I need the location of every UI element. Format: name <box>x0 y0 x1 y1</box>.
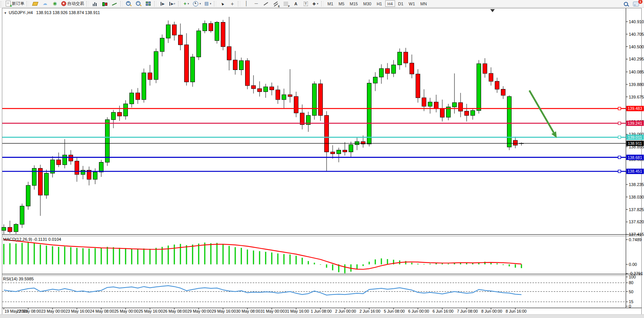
gold-symbol-button[interactable] <box>30 0 40 7</box>
timeframe-h1-button[interactable]: H1 <box>375 0 384 7</box>
zoom-in-button[interactable]: + <box>124 0 133 7</box>
horizontal-line-button[interactable]: ─ <box>252 0 261 7</box>
candles <box>2 17 524 234</box>
trendline-button[interactable] <box>261 0 271 7</box>
toolbar-separator <box>154 1 156 6</box>
vertical-line-button[interactable]: │ <box>242 0 251 7</box>
svg-text:137.415: 137.415 <box>629 232 644 237</box>
text-button[interactable]: A <box>291 0 300 7</box>
timeframe-h4-button[interactable]: H4 <box>385 0 395 7</box>
toolbar-separator <box>86 1 89 6</box>
chart-window: 140.910140.705140.500140.295140.085139.8… <box>0 8 644 318</box>
gold-bar-icon <box>32 2 38 6</box>
publisher-button[interactable]: ☁ <box>40 0 49 7</box>
svg-text:140.085: 140.085 <box>629 70 644 74</box>
timeframe-m5-button[interactable]: M5 <box>336 0 347 7</box>
svg-text:139.011: 139.011 <box>628 135 642 140</box>
tile-windows-button[interactable] <box>144 0 153 7</box>
indicators-button[interactable]: +▼ <box>182 0 191 7</box>
search-button[interactable] <box>622 0 631 8</box>
fibonacci-button[interactable]: F <box>281 0 290 7</box>
svg-text:138.451: 138.451 <box>628 169 642 173</box>
toolbar-separator <box>1 1 3 6</box>
svg-text:137.620: 137.620 <box>629 219 644 224</box>
svg-text:23 May 16:00: 23 May 16:00 <box>65 309 90 313</box>
svg-text:15: 15 <box>629 299 633 304</box>
svg-text:29 May 00:00: 29 May 00:00 <box>187 309 212 313</box>
auto-scroll-button[interactable]: ▶ <box>158 0 167 7</box>
svg-text:6 Jun 00:00: 6 Jun 00:00 <box>408 309 429 313</box>
tile-windows-icon <box>146 2 151 6</box>
auto-scroll-icon: ▶ <box>161 2 165 6</box>
new-order-icon <box>6 1 11 6</box>
cloud-publisher-icon: ☁ <box>43 1 47 6</box>
crosshair-icon: + <box>231 1 234 7</box>
toolbar-separator <box>321 1 324 6</box>
arrows-button[interactable]: ◆▼ <box>311 0 320 7</box>
chat-button[interactable]: 1 <box>631 0 641 8</box>
timeframe-m30-button[interactable]: M30 <box>361 0 373 7</box>
chart-shift-marker[interactable] <box>490 9 495 12</box>
zoom-out-button[interactable]: − <box>134 0 143 7</box>
chart-shift-button[interactable]: ▶+ <box>168 0 177 7</box>
arrow-objects-icon: ◆ <box>312 1 316 6</box>
svg-text:1 Jun 08:00: 1 Jun 08:00 <box>311 309 332 313</box>
svg-text:139.241: 139.241 <box>628 121 642 126</box>
text-label-button[interactable]: T <box>301 0 310 7</box>
time-axis[interactable]: 19 May 202322 May 08:0023 May 00:0023 Ma… <box>4 308 527 314</box>
indicators-icon: + <box>183 1 187 6</box>
cursor-button[interactable]: ▲ <box>218 0 227 7</box>
rsi-indicator <box>4 286 521 295</box>
zoom-in-icon: + <box>126 1 131 6</box>
periods-button[interactable]: ▼ <box>192 0 202 7</box>
timeframe-w1-button[interactable]: W1 <box>406 0 418 7</box>
svg-text:137.825: 137.825 <box>629 207 644 212</box>
svg-text:26 May 08:00: 26 May 08:00 <box>163 309 187 313</box>
signals-button[interactable]: ◉ <box>50 0 59 7</box>
line-chart-icon <box>112 2 117 6</box>
svg-text:139.675: 139.675 <box>629 95 644 99</box>
line-chart-button[interactable] <box>110 0 119 7</box>
svg-text:22 May 08:00: 22 May 08:00 <box>17 309 41 313</box>
timeframe-m15-button[interactable]: M15 <box>348 0 360 7</box>
svg-text:0.00: 0.00 <box>629 262 637 267</box>
down-arrow-annotation[interactable] <box>529 91 557 138</box>
svg-text:138.030: 138.030 <box>629 195 644 199</box>
chart-canvas[interactable]: 140.910140.705140.500140.295140.085139.8… <box>0 8 644 318</box>
bar-chart-button[interactable] <box>90 0 99 7</box>
candlestick-chart-icon <box>102 1 107 6</box>
svg-text:2 Jun 00:00: 2 Jun 00:00 <box>335 309 356 313</box>
horizontal-line-objects[interactable]: 139.483139.241139.011138.681138.451138.9… <box>2 106 644 174</box>
trendline-icon <box>263 2 269 6</box>
svg-text:140.705: 140.705 <box>629 32 644 37</box>
svg-text:25 May 00:00: 25 May 00:00 <box>114 309 139 313</box>
svg-text:139.880: 139.880 <box>629 82 644 87</box>
toolbar-separator <box>27 1 29 6</box>
toolbar-separator <box>214 1 216 6</box>
macd-indicator <box>3 240 522 273</box>
zoom-out-icon: − <box>136 1 141 6</box>
svg-text:8 Jun 16:00: 8 Jun 16:00 <box>506 309 527 313</box>
text-icon: A <box>294 2 297 6</box>
svg-text:30 May 08:00: 30 May 08:00 <box>236 309 260 313</box>
svg-text:0.7489: 0.7489 <box>629 237 642 242</box>
bar-chart-icon <box>92 2 97 6</box>
svg-text:5 Jun 08:00: 5 Jun 08:00 <box>384 309 405 313</box>
svg-text:6 Jun 16:00: 6 Jun 16:00 <box>433 309 454 313</box>
svg-text:7 Jun 08:00: 7 Jun 08:00 <box>457 309 478 313</box>
svg-text:80: 80 <box>629 280 633 285</box>
timeframe-mn-button[interactable]: MN <box>418 0 429 7</box>
timeframe-m1-button[interactable]: M1 <box>325 0 335 7</box>
autotrade-button[interactable]: 自动交易 <box>60 0 85 7</box>
templates-button[interactable]: ▤▼ <box>203 0 213 7</box>
chevron-down-icon: ▼ <box>199 3 201 5</box>
equidistant-channel-button[interactable]: E <box>271 0 281 7</box>
price-axis[interactable]: 140.910140.705140.500140.295140.085139.8… <box>626 19 644 308</box>
chevron-down-icon: ▼ <box>187 3 190 5</box>
candle-chart-button[interactable] <box>100 0 109 7</box>
template-icon: ▤ <box>204 1 209 6</box>
new-order-button[interactable]: 新订单 <box>5 0 26 7</box>
timeframe-d1-button[interactable]: D1 <box>396 0 406 7</box>
crosshair-button[interactable]: + <box>228 0 237 7</box>
svg-text:24 May 08:00: 24 May 08:00 <box>90 309 114 313</box>
